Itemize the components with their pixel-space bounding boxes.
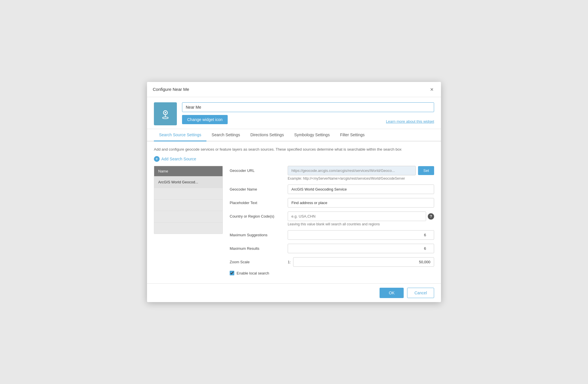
zoom-scale-label: Zoom Scale — [230, 257, 284, 264]
tab-directions-settings[interactable]: Directions Settings — [245, 129, 289, 141]
dialog-header: Change widget icon Learn more about this… — [147, 97, 441, 129]
geocoder-url-hint: Example: http://<myServerName>/arcgis/re… — [288, 176, 434, 181]
geocoder-name-wrap — [288, 185, 434, 194]
tab-filter-settings[interactable]: Filter Settings — [335, 129, 370, 141]
add-source-label: Add Search Source — [161, 157, 196, 161]
change-icon-button[interactable]: Change widget icon — [182, 115, 228, 124]
source-list-header: Name — [154, 166, 223, 176]
configure-dialog: Configure Near Me × Change widget icon L… — [147, 82, 441, 302]
geocoder-name-label: Geocoder Name — [230, 185, 284, 191]
geocoder-url-row: Geocoder URL Set Example: http://<myServ… — [230, 166, 434, 181]
enable-local-search-row: Enable local search — [230, 271, 434, 275]
header-right: Change widget icon Learn more about this… — [182, 102, 434, 124]
add-search-source-row[interactable]: + Add Search Source — [154, 156, 434, 162]
dialog-titlebar: Configure Near Me × — [147, 82, 441, 97]
max-suggestions-input[interactable] — [288, 230, 434, 240]
placeholder-text-input[interactable] — [288, 198, 434, 208]
ok-button[interactable]: OK — [380, 288, 404, 298]
header-bottom-row: Change widget icon Learn more about this… — [182, 115, 434, 124]
list-item-empty-4 — [154, 222, 223, 234]
tab-symbology-settings[interactable]: Symbology Settings — [289, 129, 335, 141]
cancel-button[interactable]: Cancel — [407, 288, 434, 298]
placeholder-text-wrap — [288, 198, 434, 208]
location-icon — [159, 107, 172, 120]
add-icon: + — [154, 156, 160, 162]
country-input-row: ? — [288, 212, 434, 221]
zoom-scale-row: Zoom Scale 1: — [230, 257, 434, 267]
widget-icon-box — [154, 102, 177, 125]
max-results-row: Maximum Results — [230, 244, 434, 253]
tabs-bar: Search Source Settings Search Settings D… — [147, 129, 441, 141]
max-results-label: Maximum Results — [230, 244, 284, 251]
description-text: Add and configure geocode services or fe… — [154, 147, 434, 152]
body-scroll: Add and configure geocode services or fe… — [147, 141, 441, 284]
help-icon[interactable]: ? — [428, 213, 434, 220]
max-results-input[interactable] — [288, 244, 434, 253]
url-row: Set — [288, 166, 434, 175]
country-row: Country or Region Code(s) ? Leaving this… — [230, 212, 434, 226]
placeholder-text-row: Placeholder Text — [230, 198, 434, 208]
country-hint: Leaving this value blank will search all… — [288, 222, 434, 226]
list-item[interactable]: ArcGIS World Geocod... — [154, 176, 223, 188]
zoom-scale-wrap: 1: — [288, 257, 434, 267]
geocoder-url-wrap: Set Example: http://<myServerName>/arcgi… — [288, 166, 434, 181]
widget-name-input[interactable] — [182, 102, 434, 112]
enable-local-search-label: Enable local search — [237, 271, 269, 275]
tab-search-settings[interactable]: Search Settings — [206, 129, 245, 141]
form-panel: Geocoder URL Set Example: http://<myServ… — [223, 166, 434, 278]
geocoder-name-row: Geocoder Name — [230, 185, 434, 194]
dialog-title: Configure Near Me — [153, 87, 189, 92]
max-results-wrap — [288, 244, 434, 253]
zoom-input-row: 1: — [288, 257, 434, 267]
enable-local-search-checkbox[interactable] — [230, 271, 234, 275]
country-input[interactable] — [288, 212, 426, 221]
list-item-empty-3 — [154, 211, 223, 222]
close-button[interactable]: × — [428, 86, 435, 93]
dialog-body: Add and configure geocode services or fe… — [147, 141, 441, 284]
source-list: Name ArcGIS World Geocod... — [154, 166, 223, 234]
zoom-scale-input[interactable] — [293, 257, 434, 267]
zoom-colon: 1: — [288, 260, 291, 264]
content-split: Name ArcGIS World Geocod... Geocoder URL — [154, 166, 434, 278]
max-suggestions-row: Maximum Suggestions — [230, 230, 434, 240]
country-label: Country or Region Code(s) — [230, 212, 284, 218]
placeholder-text-label: Placeholder Text — [230, 198, 284, 205]
svg-point-1 — [165, 112, 166, 113]
list-item-empty-1 — [154, 188, 223, 199]
geocoder-name-input[interactable] — [288, 185, 434, 194]
tab-search-source[interactable]: Search Source Settings — [154, 129, 206, 141]
set-button[interactable]: Set — [418, 166, 434, 175]
max-suggestions-label: Maximum Suggestions — [230, 230, 284, 237]
max-suggestions-wrap — [288, 230, 434, 240]
geocoder-url-input[interactable] — [288, 166, 416, 175]
geocoder-url-label: Geocoder URL — [230, 166, 284, 173]
dialog-footer: OK Cancel — [147, 283, 441, 302]
learn-more-link[interactable]: Learn more about this widget — [386, 119, 434, 124]
svg-point-2 — [163, 117, 168, 119]
country-wrap: ? Leaving this value blank will search a… — [288, 212, 434, 226]
list-item-empty-2 — [154, 199, 223, 211]
